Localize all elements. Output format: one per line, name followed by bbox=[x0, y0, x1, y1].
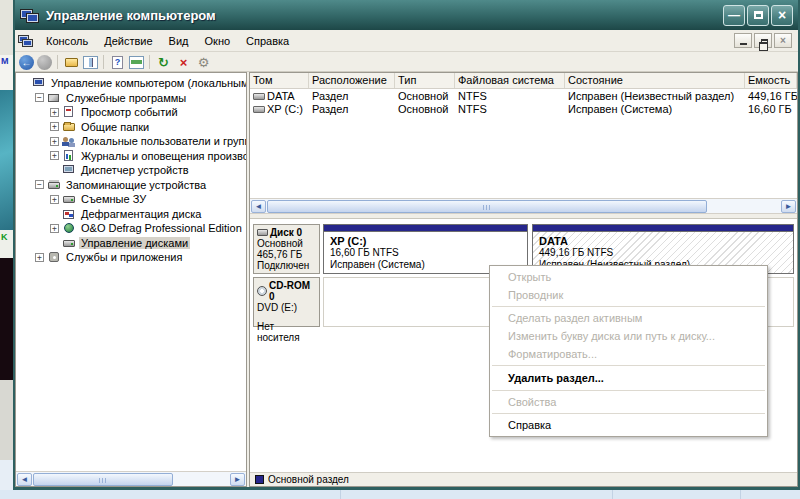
maximize-button[interactable] bbox=[747, 5, 769, 26]
collapse-icon[interactable]: − bbox=[35, 93, 44, 102]
tree-item-label: Съемные ЗУ bbox=[79, 193, 148, 205]
volume-icon bbox=[253, 93, 265, 100]
volume-row[interactable]: DATAРазделОсновнойNTFSИсправен (Неизвест… bbox=[250, 89, 797, 102]
refresh-icon[interactable]: ↻ bbox=[155, 54, 172, 70]
delete-icon[interactable]: × bbox=[175, 54, 192, 70]
new-window-icon[interactable] bbox=[129, 56, 144, 69]
desktop-icon-label-fragment: M bbox=[1, 56, 9, 66]
expand-icon[interactable]: + bbox=[50, 224, 59, 233]
menu-консоль[interactable]: Консоль bbox=[38, 33, 96, 49]
toolbar-separator bbox=[103, 55, 104, 69]
context-menu-item-проводник: Проводник bbox=[490, 286, 767, 304]
properties-help-icon[interactable]: ? bbox=[109, 54, 126, 70]
desktop-edge: M K bbox=[0, 0, 13, 499]
close-button[interactable]: × bbox=[771, 5, 793, 26]
context-menu-item-справка[interactable]: Справка bbox=[490, 416, 767, 434]
tree-item[interactable]: −Служебные программы bbox=[16, 91, 246, 106]
expand-icon[interactable]: + bbox=[50, 122, 59, 131]
capacity-cell: 449,16 ГБ bbox=[745, 90, 797, 102]
expand-icon[interactable]: + bbox=[50, 137, 59, 146]
scroll-left-arrow-icon[interactable]: ◄ bbox=[17, 473, 32, 486]
expand-icon[interactable]: + bbox=[50, 195, 59, 204]
status-cell: Исправен (Неизвестный раздел) bbox=[565, 90, 745, 102]
tree-item-label: O&O Defrag Professional Edition bbox=[79, 222, 244, 234]
help-icon[interactable]: ⚙ bbox=[195, 54, 212, 70]
forward-icon bbox=[37, 55, 52, 70]
tree-item[interactable]: Управление дисками bbox=[16, 236, 246, 251]
expand-icon[interactable]: + bbox=[50, 108, 59, 117]
tree-item[interactable]: +Службы и приложения bbox=[16, 250, 246, 265]
scroll-right-arrow-icon[interactable]: ► bbox=[781, 200, 796, 213]
collapse-icon[interactable]: − bbox=[35, 180, 44, 189]
computer-icon bbox=[32, 77, 46, 89]
tree-item[interactable]: +O&O Defrag Professional Edition bbox=[16, 221, 246, 236]
menu-действие[interactable]: Действие bbox=[96, 33, 160, 49]
tree-item[interactable]: −Запоминающие устройства bbox=[16, 178, 246, 193]
tree-item[interactable]: +Просмотр событий bbox=[16, 105, 246, 120]
tree-item[interactable]: Диспетчер устройств bbox=[16, 163, 246, 178]
back-icon[interactable]: ← bbox=[19, 55, 34, 70]
defrag-icon bbox=[62, 208, 76, 220]
mdi-restore-button[interactable] bbox=[754, 33, 772, 48]
drive-icon bbox=[62, 193, 76, 205]
monitor-gray-icon bbox=[62, 164, 76, 176]
type-cell: Основной bbox=[395, 103, 455, 115]
volume-list: ТомРасположениеТипФайловая системаСостоя… bbox=[250, 73, 797, 199]
column-header-расположение[interactable]: Расположение bbox=[309, 73, 395, 88]
tree-item-label: Службы и приложения bbox=[64, 251, 184, 263]
drive-stack-icon bbox=[47, 179, 61, 191]
scrollbar-thumb[interactable] bbox=[33, 473, 173, 486]
desktop-icon-label-fragment: K bbox=[1, 232, 8, 242]
console-tree-pane: Управление компьютером (локальным)−Служе… bbox=[15, 72, 246, 487]
column-header-том[interactable]: Том bbox=[250, 73, 309, 88]
tree-item-label: Диспетчер устройств bbox=[79, 164, 191, 176]
column-header-тип[interactable]: Тип bbox=[395, 73, 455, 88]
cdrom-0-header[interactable]: CD-ROM 0 DVD (E:) Нет носителя bbox=[253, 277, 320, 327]
column-header-емкость[interactable]: Емкость bbox=[745, 73, 797, 88]
context-menu-item-удалить-раздел[interactable]: Удалить раздел... bbox=[490, 368, 767, 388]
tree-item[interactable]: +Общие папки bbox=[16, 120, 246, 135]
mdi-close-button: × bbox=[774, 33, 792, 48]
page-chart-icon bbox=[62, 150, 76, 162]
desktop-fragment bbox=[0, 0, 13, 55]
toolbar: ←?↻×⚙ bbox=[15, 53, 798, 72]
desktop-wallpaper-fragment bbox=[0, 90, 13, 230]
mdi-document-icon bbox=[18, 34, 34, 48]
column-header-файловая-система[interactable]: Файловая система bbox=[455, 73, 565, 88]
menu-справка[interactable]: Справка bbox=[238, 33, 297, 49]
partition-name: XP (C:) bbox=[330, 235, 527, 247]
filesystem-cell: NTFS bbox=[455, 90, 565, 102]
volume-list-horizontal-scrollbar[interactable]: ◄ ► bbox=[250, 199, 797, 214]
show-tree-icon[interactable] bbox=[83, 56, 98, 69]
context-menu-item-свойства: Свойства bbox=[490, 393, 767, 411]
title-bar[interactable]: Управление компьютером — × bbox=[15, 0, 798, 30]
menu-окно[interactable]: Окно bbox=[197, 33, 239, 49]
scroll-left-arrow-icon[interactable]: ◄ bbox=[251, 200, 266, 213]
desktop-dark-fragment bbox=[0, 258, 13, 380]
volume-row[interactable]: XP (C:)РазделОсновнойNTFSИсправен (Систе… bbox=[250, 102, 797, 115]
menu-separator bbox=[492, 413, 765, 414]
menu-вид[interactable]: Вид bbox=[161, 33, 197, 49]
scrollbar-thumb[interactable] bbox=[267, 200, 707, 213]
tree-horizontal-scrollbar[interactable]: ◄ ► bbox=[16, 471, 246, 486]
up-folder-icon[interactable] bbox=[63, 54, 80, 70]
tree-item-label: Просмотр событий bbox=[79, 106, 180, 118]
tree-item[interactable]: +Съемные ЗУ bbox=[16, 192, 246, 207]
tree-item-label: Управление дисками bbox=[79, 237, 190, 249]
partition-status-band bbox=[533, 225, 793, 232]
tree-item-label: Журналы и оповещения производи bbox=[79, 150, 246, 162]
expand-icon[interactable]: + bbox=[35, 253, 44, 262]
cdrom-0-media-status: Нет носителя bbox=[257, 321, 316, 343]
tree-item[interactable]: +Локальные пользователи и группы bbox=[16, 134, 246, 149]
disk-0-header[interactable]: Диск 0 Основной 465,76 ГБ Подключен bbox=[253, 224, 320, 274]
column-header-состояние[interactable]: Состояние bbox=[565, 73, 745, 88]
context-menu-item-сделать-раздел-активным: Сделать раздел активным bbox=[490, 309, 767, 327]
toolbar-separator bbox=[57, 55, 58, 69]
tree-item[interactable]: +Журналы и оповещения производи bbox=[16, 149, 246, 164]
minimize-button[interactable]: — bbox=[723, 5, 745, 26]
scroll-right-arrow-icon[interactable]: ► bbox=[230, 473, 245, 486]
tree-item[interactable]: Управление компьютером (локальным) bbox=[16, 76, 246, 91]
tree-item[interactable]: Дефрагментация диска bbox=[16, 207, 246, 222]
mdi-minimize-button[interactable] bbox=[734, 33, 752, 48]
expand-icon[interactable]: + bbox=[50, 151, 59, 160]
